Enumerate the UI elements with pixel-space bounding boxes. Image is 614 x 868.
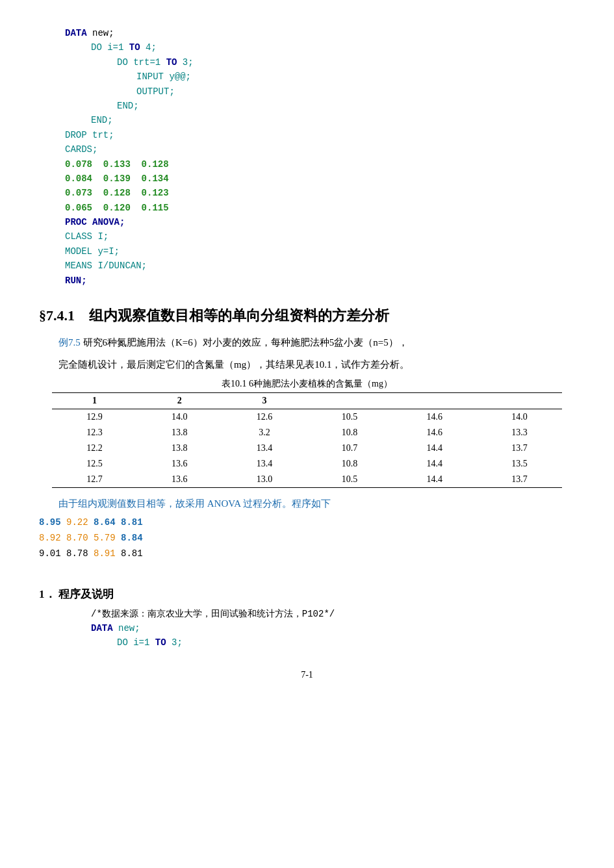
table-body: 12.914.012.610.514.614.012.313.83.210.81… xyxy=(52,409,562,488)
kw-model: MODEL y=I; xyxy=(65,246,120,257)
table-cell: 13.4 xyxy=(222,440,307,456)
d1-n2: 9.22 xyxy=(66,517,94,528)
table-cell: 10.8 xyxy=(307,425,392,440)
code-line-do2: DO trt=1 TO 3; xyxy=(39,55,575,70)
code-line-means: MEANS I/DUNCAN; xyxy=(39,259,575,273)
table-cell: 14.6 xyxy=(392,425,477,440)
subsection-num: 1． xyxy=(39,588,56,600)
d2-n3: 5.79 xyxy=(94,533,121,543)
bottom-code-block: /*数据来源：南京农业大学，田间试验和统计方法，P102*/ DATA new;… xyxy=(39,607,575,650)
anova-note: 由于组内观测值数目相等，故采用 ANOVA 过程分析。程序如下 xyxy=(39,496,575,513)
table-cell: 13.4 xyxy=(222,456,307,472)
col-header-2: 2 xyxy=(137,393,222,409)
kw-data: DATA xyxy=(65,28,87,38)
table-cell: 14.4 xyxy=(392,440,477,456)
kw-means: MEANS I/DUNCAN; xyxy=(65,261,147,271)
table-cell: 10.5 xyxy=(307,472,392,488)
page-number: 7-1 xyxy=(39,670,575,680)
table-cell: 13.7 xyxy=(477,472,562,488)
table-cell: 12.2 xyxy=(52,440,137,456)
d1-n4: 8.81 xyxy=(121,517,143,528)
data-line-row2: 8.92 8.70 5.79 8.84 xyxy=(39,531,575,545)
table-cell: 12.3 xyxy=(52,425,137,440)
d2-n2: 8.70 xyxy=(66,533,94,543)
example-text1: 研究6种氮肥施用法（K=6）对小麦的效应，每种施肥法种5盆小麦（n=5）， xyxy=(83,337,408,348)
example-para: 例7.5 研究6种氮肥施用法（K=6）对小麦的效应，每种施肥法种5盆小麦（n=5… xyxy=(39,335,575,351)
kw-do1b: 4; xyxy=(140,42,157,53)
code-line-end2: END; xyxy=(39,113,575,127)
kw-anova: ANOVA; xyxy=(92,217,125,227)
comment-line: /*数据来源：南京农业大学，田间试验和统计方法，P102*/ xyxy=(39,607,575,621)
col-header-6 xyxy=(477,393,562,409)
code-line-model: MODEL y=I; xyxy=(39,244,575,259)
d2-n4: 8.84 xyxy=(121,533,143,543)
table-cell: 14.4 xyxy=(392,472,477,488)
subsection-label: 程序及说明 xyxy=(58,588,114,600)
note-text: 由于组内观测值数目相等，故采用 ANOVA 过程分析。程序如下 xyxy=(58,498,331,509)
d3-n3: 8.91 xyxy=(94,548,121,559)
d3-n4: 8.81 xyxy=(121,548,143,559)
table-cell: 3.2 xyxy=(222,425,307,440)
col-header-4 xyxy=(307,393,392,409)
table-cell: 13.7 xyxy=(477,440,562,456)
col-header-5 xyxy=(392,393,477,409)
code-line-run: RUN; xyxy=(39,274,575,288)
table-row: 12.713.613.010.514.413.7 xyxy=(52,472,562,488)
table-cell: 12.5 xyxy=(52,456,137,472)
table-cell: 13.5 xyxy=(477,456,562,472)
table-cell: 12.9 xyxy=(52,409,137,426)
table-cell: 13.3 xyxy=(477,425,562,440)
table-cell: 14.6 xyxy=(392,409,477,426)
code-line-proc: PROC ANOVA; xyxy=(39,215,575,229)
example-text2: 完全随机设计，最后测定它们的含氮量（mg），其结果见表10.1，试作方差分析。 xyxy=(39,357,575,374)
kw-to2: TO xyxy=(166,57,177,68)
section-title: 组内观察值数目相等的单向分组资料的方差分析 xyxy=(89,307,389,324)
d3-n1: 9.01 xyxy=(39,548,66,559)
code-new: new; xyxy=(92,28,114,38)
kw-output: OUTPUT; xyxy=(136,86,175,97)
code-line-drop: DROP trt; xyxy=(39,128,575,142)
table-cell: 13.6 xyxy=(137,456,222,472)
kw-data2: DATA xyxy=(91,623,113,633)
code-bottom-data: DATA new; xyxy=(39,621,575,635)
table-cell: 13.0 xyxy=(222,472,307,488)
kw-to1: TO xyxy=(129,42,140,53)
top-code-block: DATA new; DO i=1 TO 4; DO trt=1 TO 3; IN… xyxy=(39,26,575,288)
code-line-do1: DO i=1 TO 4; xyxy=(39,40,575,55)
d1-n1: 8.95 xyxy=(39,517,66,528)
kw-run: RUN; xyxy=(65,275,87,286)
table-caption: 表10.1 6种施肥法小麦植株的含氮量（mg） xyxy=(52,378,562,390)
kw-end2: END; xyxy=(91,115,113,125)
data-line-row1: 8.95 9.22 8.64 8.81 xyxy=(39,515,575,530)
table-container: 表10.1 6种施肥法小麦植株的含氮量（mg） 1 2 3 12.914.012… xyxy=(52,378,562,488)
data-line-row3: 9.01 8.78 8.91 8.81 xyxy=(39,546,575,561)
table-row: 12.213.813.410.714.413.7 xyxy=(52,440,562,456)
subsection-heading: 1． 程序及说明 xyxy=(39,587,575,602)
kw-do1: DO i=1 xyxy=(91,42,129,53)
table-cell: 10.8 xyxy=(307,456,392,472)
kw-drop: DROP trt; xyxy=(65,130,114,140)
code-data-3: 0.073 0.128 0.123 xyxy=(39,186,575,200)
code-line-class: CLASS I; xyxy=(39,229,575,244)
d3-n2: 8.78 xyxy=(66,548,94,559)
d1-n3: 8.64 xyxy=(94,517,121,528)
table-cell: 13.8 xyxy=(137,425,222,440)
code-data-1: 0.078 0.133 0.128 xyxy=(39,157,575,172)
table-cell: 14.0 xyxy=(137,409,222,426)
table-cell: 12.6 xyxy=(222,409,307,426)
example-label: 例7.5 xyxy=(58,337,81,348)
table-cell: 14.4 xyxy=(392,456,477,472)
d2-n1: 8.92 xyxy=(39,533,66,543)
table-row: 12.914.012.610.514.614.0 xyxy=(52,409,562,426)
code-line-cards: CARDS; xyxy=(39,142,575,157)
code-line-data: DATA new; xyxy=(39,26,575,40)
kw-class: CLASS I; xyxy=(65,231,109,242)
code-data-4: 0.065 0.120 0.115 xyxy=(39,201,575,215)
kw-do2: DO trt=1 xyxy=(117,57,166,68)
table-header-row: 1 2 3 xyxy=(52,393,562,409)
code-data-2: 0.084 0.139 0.134 xyxy=(39,172,575,186)
kw-do3b: 3; xyxy=(166,637,183,648)
table-row: 12.513.613.410.814.413.5 xyxy=(52,456,562,472)
table-cell: 10.5 xyxy=(307,409,392,426)
code-line-output: OUTPUT; xyxy=(39,84,575,99)
